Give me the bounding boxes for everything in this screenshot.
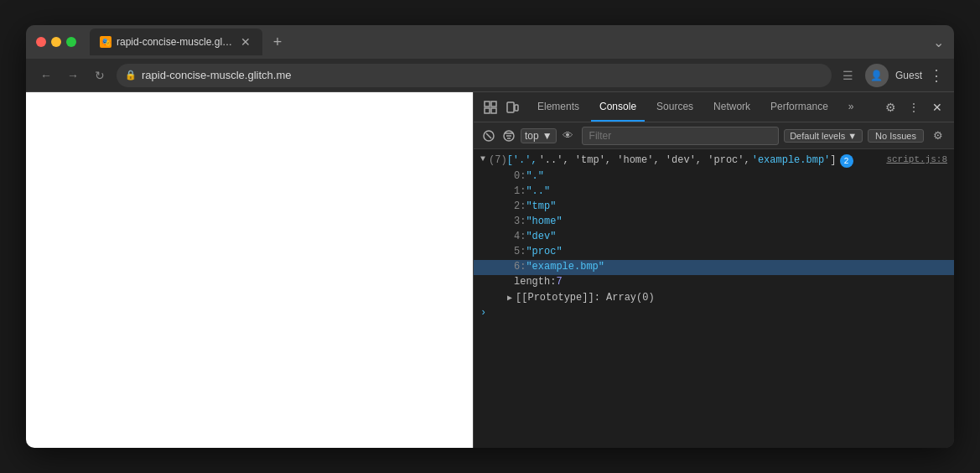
new-tab-button[interactable]: + bbox=[266, 30, 289, 54]
console-array-line[interactable]: ▼ (7) ['.', '..', 'tmp', 'home', 'dev', … bbox=[474, 153, 954, 169]
inspect-element-icon[interactable] bbox=[480, 97, 500, 117]
browser-window: 🎭 rapid-concise-muscle.glitch.m... ✕ + ⌄… bbox=[26, 25, 954, 448]
devtools-close-button[interactable]: ✕ bbox=[927, 97, 947, 117]
minimize-button[interactable] bbox=[51, 37, 61, 47]
browser-content: Elements Console Sources Network Perform… bbox=[26, 92, 954, 448]
bookmark-button[interactable]: ☰ bbox=[838, 65, 858, 86]
tab-title: rapid-concise-muscle.glitch.m... bbox=[117, 36, 234, 48]
default-levels-dropdown[interactable]: Default levels ▼ bbox=[784, 129, 863, 143]
reload-button[interactable]: ↻ bbox=[90, 65, 110, 86]
array-count: (7) bbox=[489, 154, 507, 166]
tab-more[interactable]: » bbox=[840, 92, 863, 122]
tab-favicon: 🎭 bbox=[100, 36, 111, 48]
devtools-settings-icon[interactable]: ⚙ bbox=[880, 97, 900, 117]
console-toolbar: top ▼ 👁 Default levels ▼ No Issues ⚙ bbox=[474, 122, 954, 149]
console-output: ▼ (7) ['.', '..', 'tmp', 'home', 'dev', … bbox=[474, 149, 954, 448]
devtools-left-icons bbox=[480, 97, 522, 117]
profile-avatar[interactable]: 👤 bbox=[865, 64, 889, 87]
svg-rect-3 bbox=[491, 108, 496, 113]
address-bar: ← → ↻ 🔒 rapid-concise-muscle.glitch.me ☰… bbox=[26, 59, 954, 92]
console-prompt-line[interactable]: › bbox=[474, 305, 954, 320]
prototype-expand-arrow[interactable]: ▶ bbox=[507, 293, 512, 303]
devtools-toolbar: Elements Console Sources Network Perform… bbox=[474, 92, 954, 122]
script-link[interactable]: script.js:8 bbox=[886, 154, 947, 164]
tab-area: 🎭 rapid-concise-muscle.glitch.m... ✕ + bbox=[90, 29, 926, 55]
clear-console-icon[interactable] bbox=[480, 127, 497, 144]
main-page bbox=[26, 92, 473, 448]
tab-performance[interactable]: Performance bbox=[762, 92, 837, 122]
back-button[interactable]: ← bbox=[36, 65, 56, 86]
svg-rect-2 bbox=[485, 108, 490, 113]
tab-close-button[interactable]: ✕ bbox=[239, 35, 252, 49]
svg-rect-1 bbox=[491, 101, 496, 107]
expand-button[interactable]: ⌄ bbox=[933, 34, 944, 50]
tab-elements[interactable]: Elements bbox=[529, 92, 588, 122]
console-filter-input[interactable] bbox=[582, 127, 780, 145]
browser-menu-button[interactable]: ⋮ bbox=[929, 66, 944, 85]
array-item-3: 3: "home" bbox=[474, 215, 954, 230]
prompt-arrow: › bbox=[480, 307, 486, 319]
svg-rect-0 bbox=[485, 101, 490, 107]
array-prototype[interactable]: ▶ [[Prototype]] : Array(0) bbox=[474, 290, 954, 305]
close-button[interactable] bbox=[36, 37, 46, 47]
tab-network[interactable]: Network bbox=[705, 92, 759, 122]
array-item-6: 6: "example.bmp" bbox=[474, 260, 954, 275]
array-item-4: 4: "dev" bbox=[474, 230, 954, 245]
array-length: length: 7 bbox=[474, 275, 954, 290]
array-item-1: 1: ".." bbox=[474, 185, 954, 200]
console-settings-icon[interactable]: ⚙ bbox=[929, 127, 947, 145]
lock-icon: 🔒 bbox=[125, 70, 137, 81]
url-text: rapid-concise-muscle.glitch.me bbox=[142, 69, 291, 81]
array-item-2: 2: "tmp" bbox=[474, 200, 954, 215]
traffic-lights bbox=[36, 37, 76, 47]
devtools-panel: Elements Console Sources Network Perform… bbox=[473, 92, 954, 448]
array-item-5: 5: "proc" bbox=[474, 245, 954, 260]
tab-console[interactable]: Console bbox=[591, 92, 645, 122]
array-content: ['.', bbox=[507, 154, 537, 166]
devtools-more-icon[interactable]: ⋮ bbox=[904, 97, 924, 117]
active-tab[interactable]: 🎭 rapid-concise-muscle.glitch.m... ✕ bbox=[90, 29, 262, 55]
filter-icon[interactable] bbox=[500, 127, 517, 144]
maximize-button[interactable] bbox=[66, 37, 76, 47]
forward-button[interactable]: → bbox=[63, 65, 83, 86]
svg-rect-5 bbox=[515, 105, 518, 111]
top-context-selector[interactable]: top ▼ bbox=[521, 128, 557, 143]
guest-label: Guest bbox=[895, 70, 922, 81]
svg-rect-4 bbox=[507, 102, 514, 112]
expand-array-arrow[interactable]: ▼ bbox=[480, 154, 485, 164]
array-badge: 2 bbox=[840, 154, 853, 168]
eye-icon[interactable]: 👁 bbox=[560, 127, 577, 144]
device-toolbar-icon[interactable] bbox=[502, 97, 522, 117]
console-toolbar-left: top ▼ 👁 bbox=[480, 127, 577, 144]
url-bar[interactable]: 🔒 rapid-concise-muscle.glitch.me bbox=[117, 64, 832, 87]
no-issues-button[interactable]: No Issues bbox=[868, 129, 924, 143]
array-item-0: 0: "." bbox=[474, 169, 954, 185]
tab-sources[interactable]: Sources bbox=[648, 92, 702, 122]
title-bar: 🎭 rapid-concise-muscle.glitch.m... ✕ + ⌄ bbox=[26, 25, 954, 59]
devtools-right-icons: ⚙ ⋮ ✕ bbox=[880, 97, 947, 117]
svg-line-7 bbox=[486, 133, 491, 138]
